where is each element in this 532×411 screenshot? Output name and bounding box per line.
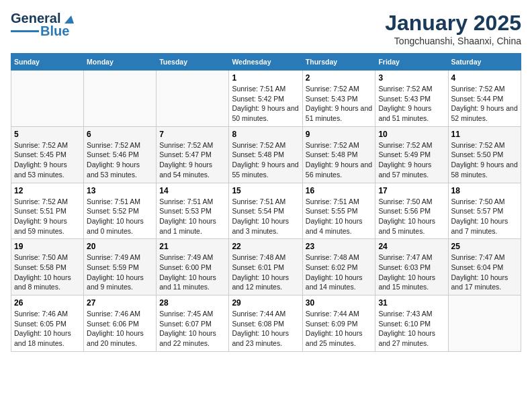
day-info: Sunrise: 7:52 AM Sunset: 5:48 PM Dayligh… bbox=[306, 140, 373, 180]
calendar-cell: 1Sunrise: 7:51 AM Sunset: 5:42 PM Daylig… bbox=[229, 71, 302, 127]
day-number: 29 bbox=[232, 298, 299, 308]
day-number: 26 bbox=[14, 298, 81, 308]
day-number: 25 bbox=[451, 242, 518, 251]
calendar-body: 1Sunrise: 7:51 AM Sunset: 5:42 PM Daylig… bbox=[11, 71, 521, 352]
day-header-saturday: Saturday bbox=[448, 54, 521, 71]
calendar-cell: 8Sunrise: 7:52 AM Sunset: 5:48 PM Daylig… bbox=[229, 126, 302, 183]
location: Tongchuanshi, Shaanxi, China bbox=[385, 36, 521, 46]
day-info: Sunrise: 7:52 AM Sunset: 5:45 PM Dayligh… bbox=[14, 140, 81, 180]
day-number: 2 bbox=[306, 73, 373, 83]
day-info: Sunrise: 7:45 AM Sunset: 6:07 PM Dayligh… bbox=[159, 309, 226, 349]
day-header-friday: Friday bbox=[375, 54, 448, 71]
day-info: Sunrise: 7:51 AM Sunset: 5:54 PM Dayligh… bbox=[232, 197, 299, 236]
calendar-cell: 9Sunrise: 7:52 AM Sunset: 5:48 PM Daylig… bbox=[302, 126, 375, 183]
calendar-cell: 4Sunrise: 7:52 AM Sunset: 5:44 PM Daylig… bbox=[448, 71, 521, 127]
day-number: 17 bbox=[378, 186, 445, 195]
day-info: Sunrise: 7:46 AM Sunset: 6:06 PM Dayligh… bbox=[87, 309, 153, 349]
day-number: 21 bbox=[159, 242, 226, 251]
svg-marker-0 bbox=[64, 15, 74, 24]
day-info: Sunrise: 7:51 AM Sunset: 5:53 PM Dayligh… bbox=[159, 197, 226, 236]
day-info: Sunrise: 7:50 AM Sunset: 5:58 PM Dayligh… bbox=[14, 253, 81, 292]
day-number: 15 bbox=[232, 186, 299, 195]
calendar-cell: 16Sunrise: 7:51 AM Sunset: 5:55 PM Dayli… bbox=[302, 183, 375, 239]
day-number: 22 bbox=[232, 242, 299, 251]
calendar-cell: 27Sunrise: 7:46 AM Sunset: 6:06 PM Dayli… bbox=[84, 295, 157, 352]
day-info: Sunrise: 7:44 AM Sunset: 6:09 PM Dayligh… bbox=[306, 309, 373, 349]
calendar-cell: 12Sunrise: 7:52 AM Sunset: 5:51 PM Dayli… bbox=[11, 183, 84, 239]
logo-icon bbox=[62, 13, 74, 25]
calendar-cell: 11Sunrise: 7:52 AM Sunset: 5:50 PM Dayli… bbox=[448, 126, 521, 183]
title-block: January 2025 Tongchuanshi, Shaanxi, Chin… bbox=[385, 11, 521, 46]
day-info: Sunrise: 7:44 AM Sunset: 6:08 PM Dayligh… bbox=[232, 309, 299, 349]
calendar-cell bbox=[84, 71, 157, 127]
calendar-cell: 6Sunrise: 7:52 AM Sunset: 5:46 PM Daylig… bbox=[84, 126, 157, 183]
day-number: 18 bbox=[451, 186, 518, 195]
day-number: 8 bbox=[232, 130, 299, 139]
calendar-week-4: 19Sunrise: 7:50 AM Sunset: 5:58 PM Dayli… bbox=[11, 239, 521, 295]
calendar-cell: 19Sunrise: 7:50 AM Sunset: 5:58 PM Dayli… bbox=[11, 239, 84, 295]
calendar-table: SundayMondayTuesdayWednesdayThursdayFrid… bbox=[11, 53, 521, 352]
calendar-cell bbox=[11, 71, 84, 127]
day-info: Sunrise: 7:50 AM Sunset: 5:57 PM Dayligh… bbox=[451, 197, 518, 236]
calendar-cell bbox=[157, 71, 229, 127]
day-header-monday: Monday bbox=[84, 54, 157, 71]
day-info: Sunrise: 7:52 AM Sunset: 5:43 PM Dayligh… bbox=[378, 84, 445, 124]
day-number: 5 bbox=[14, 130, 81, 139]
logo-blue: Blue bbox=[40, 24, 69, 39]
day-info: Sunrise: 7:48 AM Sunset: 6:02 PM Dayligh… bbox=[306, 253, 373, 292]
day-info: Sunrise: 7:51 AM Sunset: 5:42 PM Dayligh… bbox=[232, 84, 299, 124]
calendar-week-3: 12Sunrise: 7:52 AM Sunset: 5:51 PM Dayli… bbox=[11, 183, 521, 239]
day-info: Sunrise: 7:51 AM Sunset: 5:52 PM Dayligh… bbox=[87, 197, 153, 236]
calendar-cell: 5Sunrise: 7:52 AM Sunset: 5:45 PM Daylig… bbox=[11, 126, 84, 183]
day-info: Sunrise: 7:49 AM Sunset: 5:59 PM Dayligh… bbox=[87, 253, 153, 292]
calendar-cell: 3Sunrise: 7:52 AM Sunset: 5:43 PM Daylig… bbox=[375, 71, 448, 127]
calendar-cell: 29Sunrise: 7:44 AM Sunset: 6:08 PM Dayli… bbox=[229, 295, 302, 352]
calendar-cell: 2Sunrise: 7:52 AM Sunset: 5:43 PM Daylig… bbox=[302, 71, 375, 127]
calendar-week-5: 26Sunrise: 7:46 AM Sunset: 6:05 PM Dayli… bbox=[11, 295, 521, 352]
day-info: Sunrise: 7:46 AM Sunset: 6:05 PM Dayligh… bbox=[14, 309, 81, 349]
calendar-cell: 20Sunrise: 7:49 AM Sunset: 5:59 PM Dayli… bbox=[84, 239, 157, 295]
day-info: Sunrise: 7:52 AM Sunset: 5:50 PM Dayligh… bbox=[451, 140, 518, 180]
calendar-cell: 17Sunrise: 7:50 AM Sunset: 5:56 PM Dayli… bbox=[375, 183, 448, 239]
calendar-cell: 7Sunrise: 7:52 AM Sunset: 5:47 PM Daylig… bbox=[157, 126, 229, 183]
day-number: 1 bbox=[232, 73, 299, 83]
day-number: 30 bbox=[306, 298, 373, 308]
day-number: 4 bbox=[451, 73, 518, 83]
day-number: 27 bbox=[87, 298, 153, 308]
calendar-cell bbox=[448, 295, 521, 352]
day-info: Sunrise: 7:50 AM Sunset: 5:56 PM Dayligh… bbox=[378, 197, 445, 236]
day-info: Sunrise: 7:48 AM Sunset: 6:01 PM Dayligh… bbox=[232, 253, 299, 292]
calendar-cell: 26Sunrise: 7:46 AM Sunset: 6:05 PM Dayli… bbox=[11, 295, 84, 352]
day-info: Sunrise: 7:52 AM Sunset: 5:48 PM Dayligh… bbox=[232, 140, 299, 180]
calendar-week-2: 5Sunrise: 7:52 AM Sunset: 5:45 PM Daylig… bbox=[11, 126, 521, 183]
day-number: 12 bbox=[14, 186, 81, 195]
day-number: 24 bbox=[378, 242, 445, 251]
day-info: Sunrise: 7:47 AM Sunset: 6:04 PM Dayligh… bbox=[451, 253, 518, 292]
day-header-wednesday: Wednesday bbox=[229, 54, 302, 71]
day-header-tuesday: Tuesday bbox=[157, 54, 229, 71]
day-info: Sunrise: 7:47 AM Sunset: 6:03 PM Dayligh… bbox=[378, 253, 445, 292]
calendar-cell: 24Sunrise: 7:47 AM Sunset: 6:03 PM Dayli… bbox=[375, 239, 448, 295]
calendar-cell: 14Sunrise: 7:51 AM Sunset: 5:53 PM Dayli… bbox=[157, 183, 229, 239]
day-number: 3 bbox=[378, 73, 445, 83]
calendar-cell: 22Sunrise: 7:48 AM Sunset: 6:01 PM Dayli… bbox=[229, 239, 302, 295]
day-number: 28 bbox=[159, 298, 226, 308]
page-header: General Blue January 2025 Tongchuanshi, … bbox=[11, 11, 521, 46]
day-number: 14 bbox=[159, 186, 226, 195]
day-info: Sunrise: 7:52 AM Sunset: 5:43 PM Dayligh… bbox=[306, 84, 373, 124]
day-number: 19 bbox=[14, 242, 81, 251]
day-info: Sunrise: 7:52 AM Sunset: 5:51 PM Dayligh… bbox=[14, 197, 81, 236]
calendar-cell: 15Sunrise: 7:51 AM Sunset: 5:54 PM Dayli… bbox=[229, 183, 302, 239]
day-header-thursday: Thursday bbox=[302, 54, 375, 71]
day-number: 7 bbox=[159, 130, 226, 139]
day-info: Sunrise: 7:52 AM Sunset: 5:47 PM Dayligh… bbox=[159, 140, 226, 180]
day-number: 20 bbox=[87, 242, 153, 251]
day-info: Sunrise: 7:52 AM Sunset: 5:44 PM Dayligh… bbox=[451, 84, 518, 124]
calendar-cell: 18Sunrise: 7:50 AM Sunset: 5:57 PM Dayli… bbox=[448, 183, 521, 239]
calendar-cell: 31Sunrise: 7:43 AM Sunset: 6:10 PM Dayli… bbox=[375, 295, 448, 352]
day-number: 16 bbox=[306, 186, 373, 195]
logo: General Blue bbox=[11, 11, 74, 39]
day-info: Sunrise: 7:49 AM Sunset: 6:00 PM Dayligh… bbox=[159, 253, 226, 292]
day-info: Sunrise: 7:51 AM Sunset: 5:55 PM Dayligh… bbox=[306, 197, 373, 236]
calendar-cell: 23Sunrise: 7:48 AM Sunset: 6:02 PM Dayli… bbox=[302, 239, 375, 295]
